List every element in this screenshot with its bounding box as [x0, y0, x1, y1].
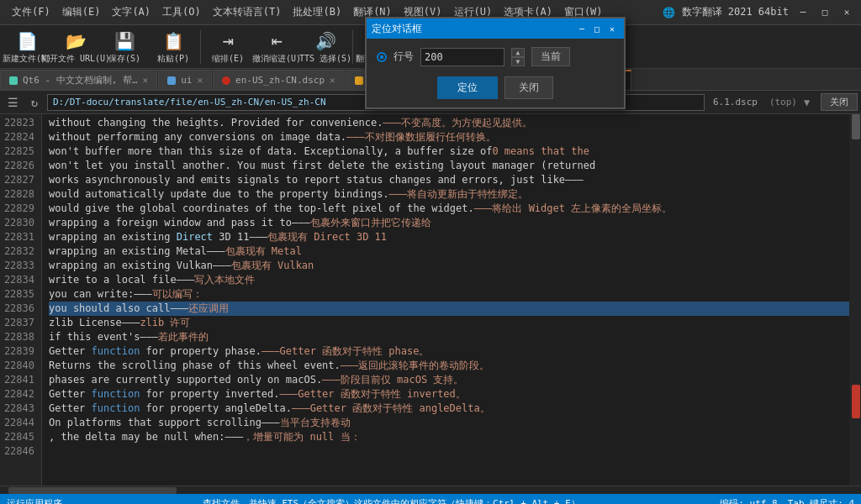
- code-line-22835[interactable]: you can write:———可以编写：: [49, 287, 854, 302]
- tab-ui-label: ui: [181, 75, 192, 86]
- save-button[interactable]: 💾 保存(S): [101, 27, 148, 67]
- code-line-22844[interactable]: On platforms that support scrolling———当平…: [49, 416, 854, 430]
- code-line-22828[interactable]: would automatically update due to the pr…: [49, 187, 854, 202]
- indent-icon: ⇥: [216, 29, 240, 53]
- code-cn-22823: ———不变高度。为方便起见提供。: [383, 116, 532, 130]
- line-number-22840: 22840: [3, 359, 38, 373]
- code-line-22834[interactable]: write to a local file———写入本地文件: [49, 273, 854, 287]
- line-number-spinner: ▲ ▼: [511, 48, 525, 66]
- row-radio-button[interactable]: [377, 52, 387, 62]
- code-cn-22833: 包裹现有 Vulkan: [231, 259, 314, 273]
- tab-ui-close[interactable]: ✕: [197, 75, 203, 86]
- menu-tools[interactable]: 工具(O): [157, 3, 206, 21]
- maximize-button[interactable]: □: [817, 5, 832, 20]
- code-line-22842[interactable]: Getter function for property inverted.——…: [49, 387, 854, 402]
- code-en-22827: works asynchronously and emits signals t…: [49, 173, 584, 187]
- line-number-22838: 22838: [3, 330, 38, 344]
- code-line-22843[interactable]: Getter function for property angleDelta.…: [49, 402, 854, 416]
- code-line-22833[interactable]: wrapping an existing Vulkan———包裹现有 Vulka…: [49, 259, 854, 273]
- unindent-button[interactable]: ⇤ 撤消缩进(U): [253, 27, 300, 67]
- code-en-22841: phases are currently supported only on m…: [49, 373, 322, 387]
- line-number-22837: 22837: [3, 316, 38, 330]
- code-line-22841[interactable]: phases are currently supported only on m…: [49, 373, 854, 387]
- code-line-22825[interactable]: won't buffer more than this size of data…: [49, 144, 854, 159]
- vertical-scrollbar[interactable]: [849, 114, 861, 486]
- code-line-22824[interactable]: without performing any conversions on im…: [49, 130, 854, 144]
- code-line-22831[interactable]: wrapping an existing Direct 3D 11———包裹现有…: [49, 230, 854, 244]
- tts-button[interactable]: 🔊 TTS 选择(S): [302, 27, 349, 67]
- paste-icon: 📋: [161, 29, 185, 53]
- code-line-22826[interactable]: won't let you install another. You must …: [49, 159, 854, 173]
- scroll-thumb[interactable]: [852, 114, 860, 139]
- code-cn-22829: ———将给出 Widget 左上像素的全局坐标。: [474, 202, 672, 216]
- code-editor[interactable]: without changing the heights. Provided f…: [42, 114, 861, 486]
- line-number-22844: 22844: [3, 416, 38, 430]
- code-en-22828: would automatically update due to the pr…: [49, 187, 389, 202]
- tts-icon: 🔊: [314, 29, 337, 53]
- nav-left-button[interactable]: ☰: [3, 93, 22, 112]
- code-en-22838: if this event's———: [49, 330, 158, 344]
- menu-edit[interactable]: 编辑(E): [57, 3, 106, 21]
- dialog-close-button[interactable]: ✕: [605, 22, 619, 35]
- dialog-close-action-button[interactable]: 关闭: [504, 76, 553, 99]
- menu-batch[interactable]: 批处理(B): [288, 3, 346, 21]
- open-file-button[interactable]: 📂 打开文件 URL(U): [52, 27, 99, 67]
- hscroll-thumb[interactable]: [8, 487, 177, 494]
- code-line-22838[interactable]: if this event's———若此事件的: [49, 330, 854, 344]
- code-line-22846[interactable]: [49, 444, 854, 459]
- dialog-minimize-button[interactable]: ─: [575, 22, 589, 35]
- status-encoding: 编码: utf-8: [720, 497, 777, 505]
- code-line-22827[interactable]: works asynchronously and emits signals t…: [49, 173, 854, 187]
- minimize-button[interactable]: ─: [795, 5, 811, 20]
- code-en-22843: Getter function for property angleDelta.: [49, 402, 292, 416]
- horizontal-scrollbar[interactable]: [0, 486, 861, 494]
- line-number-22842: 22842: [3, 387, 38, 402]
- paste-button[interactable]: 📋 粘贴(P): [150, 27, 197, 67]
- spinner-down-button[interactable]: ▼: [511, 57, 525, 66]
- close-button[interactable]: ✕: [839, 5, 854, 20]
- code-line-22829[interactable]: would give the global coordinates of the…: [49, 202, 854, 216]
- code-line-22839[interactable]: Getter function for property phase.———Ge…: [49, 344, 854, 359]
- menu-file[interactable]: 文件(F): [7, 3, 55, 21]
- menu-tts[interactable]: 文本转语言(T): [208, 3, 287, 21]
- tts-label: TTS 选择(S): [299, 53, 351, 65]
- code-line-22832[interactable]: wrapping an existing Metal———包裹现有 Metal: [49, 244, 854, 259]
- code-cn-22844: 当平台支持卷动: [280, 416, 351, 430]
- address-dropdown-button[interactable]: ▼: [804, 97, 817, 108]
- code-line-22823[interactable]: without changing the heights. Provided f…: [49, 116, 854, 130]
- code-en-22840: Returns the scrolling phase of this whee…: [49, 359, 341, 373]
- current-button[interactable]: 当前: [531, 47, 570, 66]
- code-cn-22834: 写入本地文件: [194, 273, 255, 287]
- code-cn-22832: 包裹现有 Metal: [225, 244, 302, 259]
- dialog-maximize-button[interactable]: □: [590, 22, 604, 35]
- indent-button[interactable]: ⇥ 缩排(E): [204, 27, 251, 67]
- code-en-22825: won't buffer more than this size of data…: [49, 144, 492, 159]
- code-line-22836[interactable]: you should also call———还应调用: [49, 302, 854, 316]
- tab-dscp1-icon: [222, 76, 230, 85]
- toolbar-separator-2: [352, 30, 353, 64]
- tab-ui[interactable]: ui ✕: [158, 70, 212, 90]
- code-line-22830[interactable]: wrapping a foreign window and pass it to…: [49, 216, 854, 230]
- tab-qt6-close[interactable]: ✕: [143, 75, 149, 86]
- spinner-up-button[interactable]: ▲: [511, 48, 525, 57]
- status-tab-size: Tab 键尺寸: 4: [788, 497, 854, 505]
- menu-text[interactable]: 文字(A): [107, 3, 156, 21]
- tab-cn-icon: [355, 76, 363, 85]
- tab-qt6[interactable]: Qt6 - 中文文档编制, 帮… ✕: [0, 70, 157, 90]
- code-line-22845[interactable]: , the delta may be null when:———，增量可能为 n…: [49, 430, 854, 444]
- code-cn-22831: 包裹现有 Direct 3D 11: [267, 230, 387, 244]
- line-number-input[interactable]: [420, 48, 504, 66]
- code-en-22845: , the delta may be null when:———: [49, 430, 243, 444]
- titlebar-right: 🌐 数字翻译 2021 64bit ─ □ ✕: [663, 5, 854, 20]
- code-line-22837[interactable]: zlib License———zlib 许可: [49, 316, 854, 330]
- code-line-22840[interactable]: Returns the scrolling phase of this whee…: [49, 359, 854, 373]
- tab-dscp1-close[interactable]: ✕: [330, 75, 335, 86]
- code-en-22832: wrapping an existing Metal———: [49, 244, 225, 259]
- tab-en-us-dscp1[interactable]: en-US_zh-CN.dscp ✕: [213, 70, 345, 90]
- code-cn-22836: 还应调用: [188, 302, 229, 316]
- nav-refresh-button[interactable]: ↻: [25, 93, 44, 112]
- status-search-hint: 查找文件，并快速 FTS（全文搜索）这些文件中的相应字符（快捷键：Ctrl + …: [203, 498, 580, 505]
- indent-label: 缩排(E): [212, 53, 244, 65]
- editor-close-button[interactable]: 关闭: [821, 93, 858, 111]
- locate-button[interactable]: 定位: [437, 76, 498, 99]
